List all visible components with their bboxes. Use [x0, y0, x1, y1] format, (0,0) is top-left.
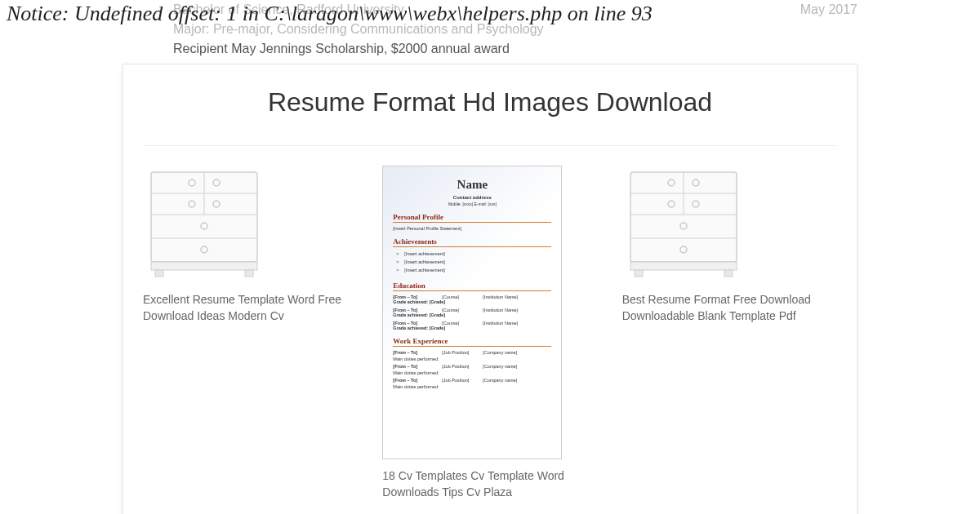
- gallery-grid: Excellent Resume Template Word Free Down…: [143, 166, 837, 501]
- cv-achievements-list: [Insert achievement] [Insert achievement…: [393, 250, 551, 275]
- cv-achievement: [Insert achievement]: [404, 267, 551, 275]
- cv-section-work: Work Experience: [393, 337, 551, 347]
- svg-rect-15: [630, 262, 737, 270]
- svg-rect-1: [151, 262, 257, 270]
- bg-recipient: Recipient May Jennings Scholarship, $200…: [173, 39, 858, 59]
- cv-achievement: [Insert achievement]: [404, 250, 551, 259]
- svg-rect-26: [635, 270, 643, 277]
- content-card: Resume Format Hd Images Download: [122, 64, 858, 514]
- cv-template-thumbnail: Name Contact address Mobile: [xxxx] E-ma…: [382, 166, 562, 459]
- cv-section-education: Education: [393, 281, 551, 291]
- placeholder-image-icon: [622, 166, 745, 280]
- cv-section-profile: Personal Profile: [393, 213, 551, 223]
- divider: [143, 145, 837, 146]
- gallery-item[interactable]: Name Contact address Mobile: [xxxx] E-ma…: [382, 166, 597, 501]
- gallery-caption: Best Resume Format Free Download Downloa…: [622, 291, 837, 325]
- cv-name: Name: [393, 178, 551, 192]
- cv-achievement: [Insert achievement]: [404, 259, 551, 267]
- php-error-notice: Notice: Undefined offset: 1 in C:\larago…: [7, 2, 653, 26]
- gallery-caption: 18 Cv Templates Cv Template Word Downloa…: [382, 467, 597, 501]
- gallery-item[interactable]: Best Resume Format Free Download Downloa…: [622, 166, 837, 325]
- bg-date: May 2017: [800, 0, 858, 20]
- placeholder-image-icon: [143, 166, 265, 280]
- cv-profile-text: [Insert Personal Profile Statement]: [393, 226, 551, 231]
- svg-rect-13: [245, 270, 253, 277]
- cv-contact2: Mobile: [xxxx] E-mail: [xxx]: [393, 202, 551, 206]
- gallery-item[interactable]: Excellent Resume Template Word Free Down…: [143, 166, 358, 325]
- gallery-caption: Excellent Resume Template Word Free Down…: [143, 291, 358, 325]
- svg-rect-12: [155, 270, 163, 277]
- cv-section-achievements: Achievements: [393, 237, 551, 247]
- svg-rect-27: [724, 270, 733, 277]
- page-title: Resume Format Hd Images Download: [143, 87, 837, 117]
- cv-contact: Contact address: [393, 195, 551, 200]
